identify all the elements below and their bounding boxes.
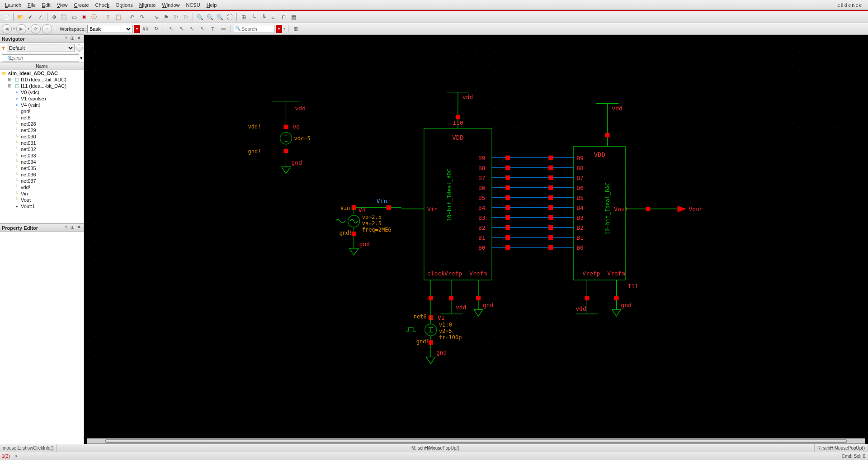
ws-revert-icon[interactable]: ↻ bbox=[152, 24, 161, 33]
tree-root[interactable]: sim_Ideal_ADC_DAC bbox=[8, 71, 58, 76]
menu-window[interactable]: Window bbox=[159, 1, 183, 9]
select-text-icon[interactable]: T bbox=[208, 24, 217, 33]
tree-item[interactable]: I11 (Idea...-bit_DAC) bbox=[0, 83, 84, 89]
tree-item[interactable]: V1 (vpulse) bbox=[0, 95, 84, 102]
tree-item[interactable]: gnd! bbox=[0, 108, 84, 114]
nav-search-dropdown-icon[interactable]: ▾ bbox=[80, 55, 83, 61]
zoom-out-icon[interactable]: 🔍 bbox=[205, 13, 214, 22]
svg-point-497 bbox=[419, 279, 419, 280]
undo-icon[interactable]: ↶ bbox=[127, 13, 137, 22]
svg-point-234 bbox=[742, 146, 742, 147]
menu-migrate[interactable]: Migrate bbox=[136, 1, 159, 9]
tree-item[interactable]: vdd! bbox=[0, 184, 84, 190]
search-dropdown-icon[interactable]: ▾ bbox=[276, 25, 282, 33]
note-icon[interactable]: ▦ bbox=[289, 13, 298, 22]
undock-icon[interactable]: ◫ bbox=[70, 36, 75, 42]
text-icon[interactable]: T bbox=[104, 13, 113, 22]
schematic-canvas[interactable]: vdd vdd! V0 vdc=5 gnd! gnd bbox=[84, 35, 868, 444]
svg-rect-882 bbox=[646, 207, 650, 211]
tree-item[interactable]: I10 (Idea...-bit_ADC) bbox=[0, 76, 84, 83]
zoom-sel-icon[interactable]: ⛶ bbox=[225, 13, 234, 22]
menu-check[interactable]: Check bbox=[92, 1, 113, 9]
menu-ncsu[interactable]: NCSU bbox=[183, 1, 203, 9]
menu-file[interactable]: File bbox=[24, 1, 39, 9]
workspace-dropdown-icon[interactable]: ▾ bbox=[134, 25, 140, 33]
tree-item[interactable]: net036 bbox=[0, 171, 84, 178]
tree-item[interactable]: net028 bbox=[0, 121, 84, 127]
horizontal-scrollbar[interactable] bbox=[87, 438, 865, 444]
select-icon[interactable]: ↖ bbox=[167, 24, 176, 33]
menu-help[interactable]: Help bbox=[203, 1, 220, 9]
workspace-select[interactable]: Basic bbox=[87, 25, 132, 33]
menu-edit[interactable]: Edit bbox=[39, 1, 54, 9]
select-line-icon[interactable]: ↖ bbox=[188, 24, 197, 33]
copy-icon[interactable]: ⿻ bbox=[60, 13, 69, 22]
svg-rect-905 bbox=[505, 185, 510, 190]
cmd-prompt[interactable]: > bbox=[12, 454, 839, 459]
pe-undock-icon[interactable]: ◫ bbox=[70, 225, 75, 231]
text-up-icon[interactable]: T↑ bbox=[171, 13, 180, 22]
zoom-in-icon[interactable]: 🔍 bbox=[195, 13, 204, 22]
svg-point-588 bbox=[628, 318, 628, 318]
tree-item[interactable]: net033 bbox=[0, 152, 84, 159]
navigator-search-input[interactable] bbox=[2, 54, 79, 62]
tree-item[interactable]: net6 bbox=[0, 114, 84, 121]
new-icon[interactable]: 📄 bbox=[2, 13, 11, 22]
flag-icon[interactable]: ⚑ bbox=[161, 13, 170, 22]
back-button[interactable]: ◀ bbox=[2, 24, 12, 33]
select-add-icon[interactable]: ↖ bbox=[177, 24, 186, 33]
tree-item[interactable]: net035 bbox=[0, 165, 84, 171]
delete-icon[interactable]: ✖ bbox=[80, 13, 89, 22]
schematic-svg[interactable]: vdd vdd! V0 vdc=5 gnd! gnd bbox=[87, 38, 865, 441]
label-icon[interactable]: ⊓ bbox=[279, 13, 288, 22]
pin-icon[interactable]: ⊏ bbox=[269, 13, 278, 22]
navigator-filter-select[interactable]: Default bbox=[7, 44, 75, 52]
tree-item[interactable]: net034 bbox=[0, 159, 84, 165]
tree-item[interactable]: Vout bbox=[0, 197, 84, 203]
tree-item[interactable]: net032 bbox=[0, 146, 84, 152]
pe-help-icon[interactable]: ? bbox=[63, 225, 69, 231]
tree-item[interactable]: net029 bbox=[0, 127, 84, 133]
ws-save-icon[interactable]: ⿻ bbox=[142, 24, 151, 33]
zoom-fit-icon[interactable]: 🔍 bbox=[215, 13, 224, 22]
pe-close-icon[interactable]: ✕ bbox=[76, 225, 82, 231]
abstract-icon[interactable]: ▥ bbox=[291, 24, 300, 33]
navigator-column-header[interactable]: Name bbox=[0, 63, 84, 70]
home-button[interactable]: ⌂ bbox=[42, 24, 52, 33]
save-icon[interactable]: ✔ bbox=[26, 13, 35, 22]
navigator-tree[interactable]: sim_Ideal_ADC_DAC I10 (Idea...-bit_ADC)I… bbox=[0, 70, 84, 223]
svg-text:VDD: VDD bbox=[452, 134, 463, 141]
filter-options-icon[interactable] bbox=[75, 44, 83, 52]
menu-create[interactable]: Create bbox=[71, 1, 92, 9]
tree-item[interactable]: V4 (vsin) bbox=[0, 102, 84, 108]
menu-launch[interactable]: Launch bbox=[2, 1, 24, 9]
tree-item[interactable]: net037 bbox=[0, 178, 84, 184]
select-all-icon[interactable]: ▭ bbox=[219, 24, 228, 33]
tree-item[interactable]: Vin bbox=[0, 190, 84, 197]
redo-icon[interactable]: ↷ bbox=[137, 13, 146, 22]
tree-item[interactable]: net031 bbox=[0, 140, 84, 146]
svg-text:Vin: Vin bbox=[427, 206, 438, 213]
text-down-icon[interactable]: T↓ bbox=[181, 13, 190, 22]
close-icon[interactable]: ✕ bbox=[76, 36, 82, 42]
tree-item[interactable]: V0 (vdc) bbox=[0, 89, 84, 95]
up-button[interactable]: ⟳ bbox=[31, 24, 41, 33]
move-icon[interactable]: ✥ bbox=[50, 13, 59, 22]
info-icon[interactable]: ⓘ bbox=[90, 13, 99, 22]
menu-view[interactable]: View bbox=[54, 1, 71, 9]
menu-options[interactable]: Options bbox=[113, 1, 136, 9]
check-icon[interactable]: ✓ bbox=[36, 13, 45, 22]
svg-point-471 bbox=[685, 260, 685, 261]
help-icon[interactable]: ? bbox=[63, 36, 69, 42]
tree-item[interactable]: Vout:1 bbox=[0, 203, 84, 209]
open-icon[interactable]: 📂 bbox=[16, 13, 25, 22]
wire-wide-icon[interactable]: ┗ bbox=[259, 13, 268, 22]
instance-icon[interactable]: ⊞ bbox=[239, 13, 248, 22]
probe-icon[interactable]: ↘ bbox=[151, 13, 160, 22]
forward-button[interactable]: ▶ bbox=[16, 24, 26, 33]
tree-item[interactable]: net030 bbox=[0, 133, 84, 140]
wire-icon[interactable]: └ bbox=[249, 13, 258, 22]
paste-icon[interactable]: 📋 bbox=[113, 13, 123, 22]
select-area-icon[interactable]: ↖ bbox=[198, 24, 207, 33]
stretch-icon[interactable]: ▭ bbox=[70, 13, 79, 22]
